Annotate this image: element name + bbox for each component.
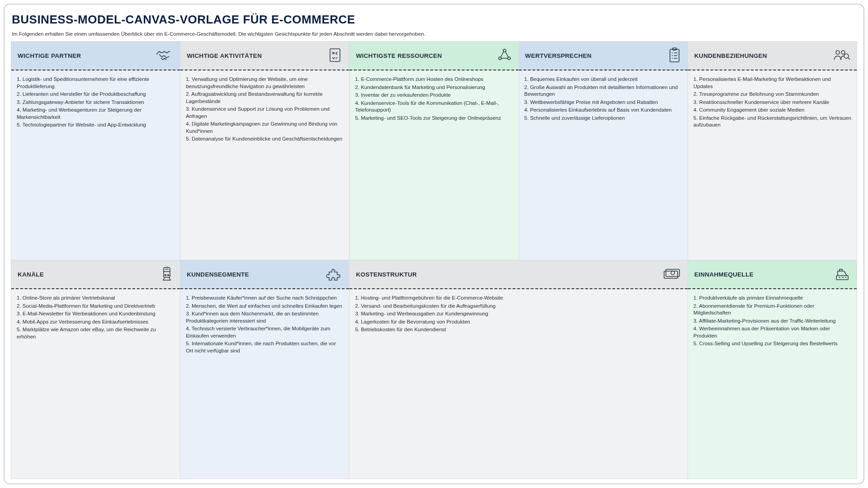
svg-point-10	[165, 274, 166, 276]
section-costs: KOSTENSTRUKTUR Hosting- und Plattformgeb…	[349, 260, 687, 479]
list-item: Lieferanten und Hersteller für die Produ…	[17, 91, 175, 98]
list-item: Versand- und Bearbeitungskosten für die …	[355, 303, 682, 310]
list-item: Inventar der zu verkaufenden Produkte	[355, 92, 513, 99]
list-item: Einfache Rückgabe- und Rückerstattungsri…	[693, 115, 851, 129]
section-revenue: EINNAHMEQUELLE Produktverkäufe als primä…	[688, 260, 857, 479]
share-nodes-icon	[497, 47, 512, 64]
train-icon	[160, 266, 174, 283]
money-bills-icon	[661, 267, 681, 282]
list-item: Kundenservice-Tools für die Kommunikatio…	[355, 100, 513, 114]
strategy-icon	[327, 47, 343, 64]
list-item: Preisbewusste Käufer*innen auf der Suche…	[186, 295, 344, 302]
list-item: Mobil-Apps zur Verbesserung des Einkaufs…	[17, 319, 175, 326]
list: Bequemes Einkaufen von überall und jeder…	[524, 76, 682, 122]
list-item: Marketing- und SEO-Tools zur Steigerung …	[355, 115, 513, 122]
svg-point-6	[836, 51, 840, 54]
list-item: Marketing- und Werbeausgaben zur Kundeng…	[355, 310, 682, 318]
handshake-icon	[155, 48, 174, 64]
list-item: Große Auswahl an Produkten mit detaillie…	[524, 84, 682, 98]
list-item: Cross-Selling und Upselling zur Steigeru…	[693, 340, 851, 347]
section-label: WERTVERSPRECHEN	[525, 52, 592, 59]
list-item: Marktplätze wie Amazon oder eBay, um die…	[17, 326, 175, 340]
list-item: Technologiepartner für Website- und App-…	[17, 122, 175, 129]
section-label: EINNAHMEQUELLE	[694, 271, 754, 278]
svg-point-14	[671, 271, 675, 275]
section-resources: WICHTIGSTE RESSOURCEN E-Commerce-Plattfo…	[349, 42, 518, 260]
list-item: Affiliate-Marketing-Provisionen aus der …	[693, 318, 851, 325]
list-item: Zahlungsgateway-Anbieter für sichere Tra…	[17, 99, 175, 106]
list-item: Logistik- und Speditionsunternehmen für …	[17, 76, 175, 90]
section-label: WICHTIGSTE RESSOURCEN	[356, 52, 442, 59]
list-item: E-Commerce-Plattform zum Hosten des Onli…	[355, 76, 513, 83]
page-subtitle: Im Folgenden erhalten Sie einen umfassen…	[12, 31, 857, 37]
page-title: BUSINESS-MODEL-CANVAS-VORLAGE FÜR E-COMM…	[12, 13, 857, 27]
section-partners: WICHTIGE PARTNER Logistik- und Spedition…	[11, 42, 180, 260]
list-item: E-Mail-Newsletter für Werbeaktionen und …	[17, 310, 175, 318]
list: Verwaltung und Optimierung der Website, …	[186, 76, 344, 143]
svg-rect-0	[330, 49, 340, 61]
svg-point-3	[508, 57, 510, 60]
section-activities: WICHTIGE AKTIVITÄTEN Verwaltung und Opti…	[180, 42, 349, 260]
list-item: Personalisiertes Einkaufserlebnis auf Ba…	[524, 107, 682, 114]
list-item: Online-Store als primärer Vertriebskanal	[17, 295, 175, 302]
list-item: Datenanalyse für Kundeneinblicke und Ges…	[186, 136, 344, 143]
section-relations: KUNDENBEZIEHUNGEN Personalisiertes E-Mai…	[688, 42, 857, 260]
svg-point-11	[168, 274, 169, 276]
list: Personalisiertes E-Mail-Marketing für We…	[693, 76, 851, 129]
list-item: Kund*innen aus dem Nischenmarkt, die an …	[186, 310, 344, 324]
list-item: Abonnementdienste für Premium-Funktionen…	[693, 303, 851, 317]
section-label: WICHTIGE PARTNER	[18, 52, 81, 59]
list-item: Kundenservice und Support zur Lösung von…	[186, 106, 344, 120]
list: Online-Store als primärer Vertriebskanal…	[17, 295, 175, 340]
list-item: Technisch versierte Verbraucher*innen, d…	[186, 325, 344, 339]
list: Produktverkäufe als primäre Einnahmequel…	[693, 295, 851, 347]
list-item: Kundendatenbank für Marketing und Person…	[355, 84, 513, 91]
section-channels: KANÄLE Online-Store als primärer Vertrie…	[11, 260, 180, 479]
list-item: Marketing- und Werbeagenturen zur Steige…	[17, 107, 175, 121]
list: E-Commerce-Plattform zum Hosten des Onli…	[355, 76, 513, 122]
users-search-icon	[832, 48, 850, 64]
list-item: Social-Media-Plattformen für Marketing u…	[17, 303, 175, 310]
list-item: Lagerkosten für die Bevorratung von Prod…	[355, 319, 682, 326]
section-label: KOSTENSTRUKTUR	[356, 271, 417, 278]
canvas-frame: BUSINESS-MODEL-CANVAS-VORLAGE FÜR E-COMM…	[4, 4, 864, 484]
section-value: WERTVERSPRECHEN Bequemes Einkaufen von ü…	[519, 42, 688, 260]
svg-point-2	[499, 57, 501, 60]
list-item: Produktverkäufe als primäre Einnahmequel…	[693, 295, 851, 302]
list-item: Hosting- und Plattformgebühren für die E…	[355, 295, 682, 302]
section-label: KANÄLE	[18, 271, 44, 278]
list-item: Wettbewerbsfähige Preise mit Angeboten u…	[524, 99, 682, 106]
list-item: Treueprogramme zur Belohnung von Stammku…	[693, 91, 851, 98]
list: Preisbewusste Käufer*innen auf der Suche…	[186, 295, 344, 354]
section-label: KUNDENBEZIEHUNGEN	[694, 52, 767, 59]
list: Logistik- und Speditionsunternehmen für …	[17, 76, 175, 129]
list-item: Community Engagement über soziale Medien	[693, 107, 851, 114]
section-label: WICHTIGE AKTIVITÄTEN	[187, 52, 262, 59]
business-model-canvas: WICHTIGE PARTNER Logistik- und Spedition…	[11, 41, 857, 479]
list-item: Internationale Kund*innen, die nach Prod…	[186, 340, 344, 354]
list-item: Bequemes Einkaufen von überall und jeder…	[524, 76, 682, 83]
cash-register-icon	[834, 266, 850, 283]
list-item: Betriebskosten für den Kundendienst	[355, 326, 682, 333]
list-item: Auftragsabwicklung und Bestandsverwaltun…	[186, 91, 344, 105]
list-item: Reaktionsschneller Kundenservice über me…	[693, 99, 851, 106]
clipboard-check-icon	[668, 47, 681, 65]
list-item: Verwaltung und Optimierung der Website, …	[186, 76, 344, 90]
svg-point-8	[844, 54, 849, 58]
list-item: Digitale Marketingkampagnen zur Gewinnun…	[186, 121, 344, 135]
list: Hosting- und Plattformgebühren für die E…	[355, 295, 682, 333]
list-item: Werbeeinnahmen aus der Präsentation von …	[693, 325, 851, 339]
svg-point-7	[841, 51, 845, 54]
list-item: Personalisiertes E-Mail-Marketing für We…	[693, 76, 851, 90]
list-item: Menschen, die Wert auf einfaches und sch…	[186, 303, 344, 310]
section-segments: KUNDENSEGMENTE Preisbewusste Käufer*inne…	[180, 260, 349, 479]
list-item: Schnelle und zuverlässige Lieferoptionen	[524, 115, 682, 122]
puzzle-icon	[326, 266, 343, 283]
section-label: KUNDENSEGMENTE	[187, 271, 249, 278]
